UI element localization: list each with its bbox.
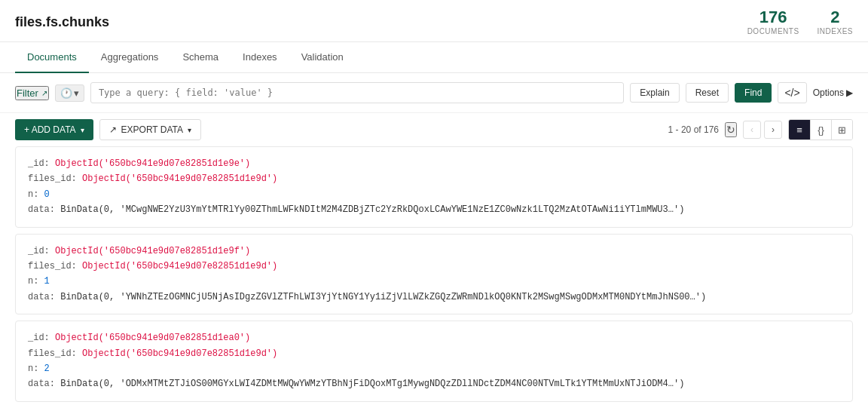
- doc-id-field: _id: ObjectId('650bc941e9d07e82851d1e9e'…: [28, 156, 840, 171]
- app-title: files.fs.chunks: [15, 14, 109, 30]
- reset-button[interactable]: Reset: [686, 83, 729, 103]
- options-label: Options: [813, 87, 844, 98]
- doc-n-field: n: 2: [28, 361, 840, 376]
- documents-stat: 176 DOCUMENTS: [747, 9, 799, 35]
- doc-files-id-field: files_id: ObjectId('650bc941e9d07e82851d…: [28, 171, 840, 186]
- add-data-button[interactable]: + ADD DATA ▾: [15, 119, 93, 140]
- prev-page-button[interactable]: ‹: [743, 121, 761, 139]
- grid-view-button[interactable]: ⊞: [831, 120, 852, 140]
- tab-validation[interactable]: Validation: [289, 42, 356, 73]
- doc-id-field: _id: ObjectId('650bc941e9d07e82851d1ea0'…: [28, 330, 840, 345]
- filter-label: Filter: [17, 87, 38, 99]
- doc-data-field: data: BinData(0, 'ODMxMTMtZTJiOS00MGYxLW…: [28, 376, 840, 391]
- code-toggle-button[interactable]: </>: [778, 82, 806, 103]
- doc-n-field: n: 1: [28, 274, 840, 289]
- query-toolbar: Filter ↗ 🕐 ▾ Explain Reset Find </> Opti…: [0, 73, 868, 113]
- doc-data-field: data: BinData(0, 'MCwgNWE2YzU3YmYtMTRlYy…: [28, 202, 840, 217]
- json-view-button[interactable]: {}: [810, 120, 831, 140]
- doc-id-field: _id: ObjectId('650bc941e9d07e82851d1e9f'…: [28, 244, 840, 259]
- find-button[interactable]: Find: [735, 83, 772, 103]
- pagination-info: 1 - 20 of 176: [668, 124, 719, 135]
- indexes-label: INDEXES: [818, 27, 853, 35]
- left-actions: + ADD DATA ▾ ↗ EXPORT DATA ▾: [15, 119, 201, 140]
- indexes-count: 2: [818, 9, 853, 26]
- indexes-stat: 2 INDEXES: [818, 9, 853, 35]
- refresh-button[interactable]: ↻: [725, 122, 737, 137]
- table-row: _id: ObjectId('650bc941e9d07e82851d1e9f'…: [15, 234, 853, 315]
- export-data-label: EXPORT DATA: [121, 124, 183, 135]
- tab-aggregations[interactable]: Aggregations: [89, 42, 171, 73]
- options-button[interactable]: Options ▶: [813, 87, 853, 98]
- clock-icon: 🕐: [60, 87, 72, 99]
- tab-bar: Documents Aggregations Schema Indexes Va…: [0, 42, 868, 73]
- external-link-icon: ↗: [41, 89, 47, 97]
- documents-count: 176: [747, 9, 799, 26]
- next-page-button[interactable]: ›: [764, 121, 782, 139]
- list-view-button[interactable]: ≡: [789, 120, 810, 140]
- explain-button[interactable]: Explain: [630, 83, 679, 103]
- chevron-right-icon: ▶: [846, 87, 853, 98]
- filter-button[interactable]: Filter ↗: [15, 86, 49, 100]
- clock-button[interactable]: 🕐 ▾: [55, 84, 84, 102]
- export-chevron: ▾: [188, 126, 191, 134]
- tab-documents[interactable]: Documents: [15, 42, 89, 73]
- tab-indexes[interactable]: Indexes: [231, 42, 289, 73]
- add-data-chevron: ▾: [81, 126, 84, 134]
- documents-list: _id: ObjectId('650bc941e9d07e82851d1e9e'…: [0, 146, 868, 402]
- doc-files-id-field: files_id: ObjectId('650bc941e9d07e82851d…: [28, 259, 840, 274]
- table-row: _id: ObjectId('650bc941e9d07e82851d1e9e'…: [15, 146, 853, 228]
- query-input[interactable]: [90, 82, 624, 103]
- doc-n-field: n: 0: [28, 187, 840, 202]
- header: files.fs.chunks 176 DOCUMENTS 2 INDEXES: [0, 0, 868, 42]
- doc-files-id-field: files_id: ObjectId('650bc941e9d07e82851d…: [28, 346, 840, 361]
- tab-schema[interactable]: Schema: [170, 42, 231, 73]
- right-actions: 1 - 20 of 176 ↻ ‹ › ≡ {} ⊞: [668, 119, 853, 140]
- add-data-label: + ADD DATA: [24, 124, 76, 135]
- documents-label: DOCUMENTS: [747, 27, 799, 35]
- doc-data-field: data: BinData(0, 'YWNhZTEzOGMNCjU5NjAsID…: [28, 290, 840, 305]
- export-data-button[interactable]: ↗ EXPORT DATA ▾: [99, 119, 201, 140]
- header-stats: 176 DOCUMENTS 2 INDEXES: [747, 9, 853, 35]
- chevron-down-icon: ▾: [74, 87, 79, 99]
- export-icon: ↗: [109, 124, 117, 135]
- pagination-controls: ‹ ›: [743, 121, 782, 139]
- table-row: _id: ObjectId('650bc941e9d07e82851d1ea0'…: [15, 321, 853, 402]
- actions-bar: + ADD DATA ▾ ↗ EXPORT DATA ▾ 1 - 20 of 1…: [0, 113, 868, 146]
- view-toggle: ≡ {} ⊞: [788, 119, 853, 140]
